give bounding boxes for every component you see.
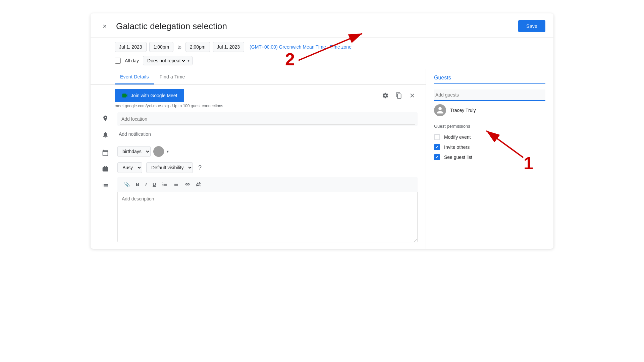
invite-others-label: Invite others [444, 144, 470, 150]
calendar-icon [99, 147, 112, 156]
meet-link: meet.google.com/yxt-rsue-exg · Up to 100… [91, 104, 426, 111]
invite-others-checkbox[interactable] [434, 144, 440, 150]
color-picker-button[interactable] [153, 146, 164, 157]
gear-icon [382, 92, 389, 99]
guests-title: Guests [434, 75, 545, 84]
timezone-text[interactable]: (GMT+00:00) Greenwich Mean Time · Time z… [250, 44, 352, 50]
person-icon [436, 106, 444, 114]
repeat-select[interactable]: Does not repeat Every day Every week Eve… [146, 58, 186, 64]
bell-icon [99, 129, 112, 138]
briefcase-icon [99, 163, 112, 172]
modify-event-checkbox[interactable] [434, 134, 440, 140]
attach-button[interactable]: 📎 [121, 180, 132, 189]
description-textarea[interactable] [117, 192, 418, 242]
underline-button[interactable]: U [150, 180, 159, 189]
visibility-select[interactable]: Default visibility Public Private [146, 162, 193, 173]
permission-modify-event: Modify event [434, 132, 545, 142]
close-button[interactable]: × [99, 20, 111, 32]
format-clear-icon [196, 182, 202, 187]
permissions-title: Guest permissions [434, 124, 545, 129]
end-date-button[interactable]: Jul 1, 2023 [213, 42, 245, 52]
description-toolbar: 📎 B I U [117, 177, 418, 192]
link-button[interactable] [182, 180, 193, 189]
allday-label: All day [125, 58, 139, 63]
notification-text: Add notification [117, 129, 152, 139]
meet-close-button[interactable] [407, 90, 418, 101]
chevron-down-icon: ▾ [187, 58, 190, 63]
allday-checkbox[interactable] [115, 58, 121, 64]
guest-avatar [434, 104, 446, 116]
location-icon [99, 112, 112, 122]
repeat-wrapper[interactable]: Does not repeat Every day Every week Eve… [143, 56, 193, 65]
close-meet-icon [409, 92, 416, 99]
guest-item: Tracey Truly [434, 101, 545, 120]
start-time-button[interactable]: 1:00pm [149, 42, 174, 52]
guest-permissions: Guest permissions Modify event Invite ot… [434, 124, 545, 162]
status-select[interactable]: Busy Free [117, 162, 142, 173]
modify-event-label: Modify event [444, 134, 471, 140]
tab-event-details[interactable]: Event Details [115, 69, 154, 84]
event-title: Galactic delegation selection [116, 21, 227, 32]
location-input[interactable] [120, 114, 415, 125]
google-meet-icon [121, 92, 128, 99]
unordered-list-button[interactable] [171, 180, 181, 189]
meet-copy-button[interactable] [393, 90, 404, 101]
link-icon [185, 182, 190, 187]
tab-find-a-time[interactable]: Find a Time [154, 69, 191, 84]
location-field[interactable] [117, 112, 418, 126]
meet-settings-button[interactable] [380, 90, 391, 101]
italic-button[interactable]: I [143, 180, 149, 189]
align-left-icon [99, 177, 112, 189]
chevron-down-icon-color: ▾ [167, 149, 169, 154]
ordered-list-button[interactable] [159, 180, 170, 189]
ordered-list-icon [162, 182, 167, 187]
help-icon[interactable]: ? [197, 163, 203, 173]
start-date-button[interactable]: Jul 1, 2023 [115, 42, 147, 52]
calendar-select[interactable]: birthdays [117, 146, 151, 157]
unordered-list-icon [173, 182, 179, 187]
permission-invite-others: Invite others [434, 142, 545, 152]
add-guests-input[interactable] [434, 89, 545, 101]
see-guest-list-checkbox[interactable] [434, 154, 440, 160]
format-clear-button[interactable] [194, 180, 204, 189]
close-icon: × [103, 22, 107, 30]
see-guest-list-label: See guest list [444, 155, 472, 160]
end-time-button[interactable]: 2:00pm [185, 42, 210, 52]
copy-icon [395, 92, 402, 99]
to-text: to [176, 44, 183, 50]
join-meet-button[interactable]: Join with Google Meet [115, 89, 184, 102]
save-button[interactable]: Save [518, 20, 545, 32]
guest-name: Tracey Truly [450, 108, 476, 113]
permission-see-guest-list: See guest list [434, 152, 545, 162]
bold-button[interactable]: B [133, 180, 142, 189]
